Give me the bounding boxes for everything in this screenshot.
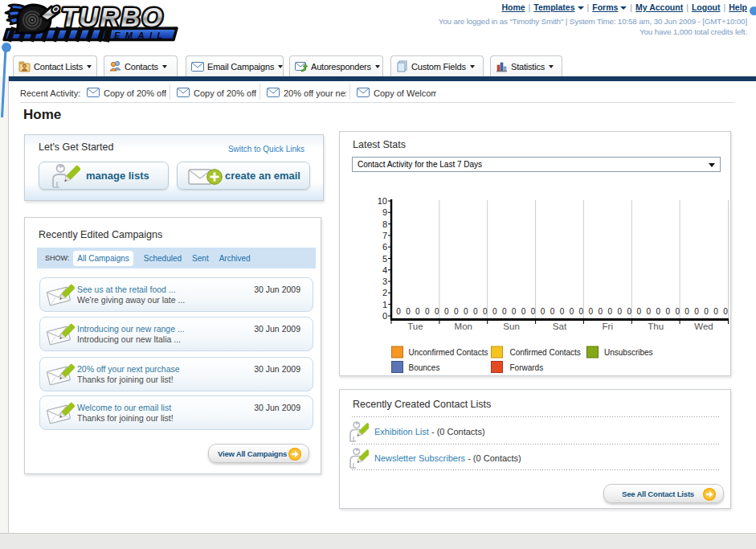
svg-text:0: 0 [675, 307, 680, 316]
svg-text:0: 0 [406, 307, 411, 316]
svg-text:0: 0 [531, 307, 536, 316]
svg-text:0: 0 [541, 307, 546, 316]
svg-text:0: 0 [483, 307, 488, 316]
svg-text:0: 0 [637, 307, 642, 316]
svg-text:5: 5 [382, 254, 387, 264]
svg-text:0: 0 [684, 307, 689, 316]
svg-text:0: 0 [550, 307, 555, 316]
svg-text:Sat: Sat [553, 322, 567, 331]
svg-text:Thu: Thu [648, 322, 664, 331]
svg-text:0: 0 [425, 307, 430, 316]
svg-text:0: 0 [579, 307, 584, 316]
svg-text:0: 0 [694, 307, 699, 316]
svg-text:Sun: Sun [503, 322, 519, 331]
svg-text:6: 6 [382, 242, 387, 252]
svg-text:8: 8 [382, 219, 387, 229]
svg-text:0: 0 [665, 307, 670, 316]
svg-text:Fri: Fri [603, 322, 613, 331]
svg-text:7: 7 [382, 231, 387, 240]
svg-text:Forwards: Forwards [510, 363, 544, 372]
svg-text:Confirmed Contacts: Confirmed Contacts [510, 348, 581, 357]
svg-text:3: 3 [382, 277, 387, 286]
svg-text:0: 0 [396, 307, 401, 316]
svg-text:Tue: Tue [407, 322, 423, 331]
svg-text:0: 0 [570, 307, 574, 316]
svg-text:0: 0 [464, 307, 468, 316]
svg-text:0: 0 [512, 307, 517, 316]
svg-text:0: 0 [627, 307, 632, 316]
svg-text:0: 0 [492, 307, 497, 316]
svg-text:0: 0 [589, 307, 594, 316]
svg-text:0: 0 [723, 307, 728, 316]
svg-text:0: 0 [618, 307, 623, 316]
svg-text:2: 2 [382, 288, 387, 297]
svg-text:Bounces: Bounces [409, 363, 440, 372]
svg-text:10: 10 [378, 196, 387, 206]
svg-text:0: 0 [382, 311, 387, 321]
svg-text:0: 0 [608, 307, 613, 316]
svg-text:0: 0 [647, 307, 652, 316]
svg-text:0: 0 [444, 307, 449, 316]
svg-text:1: 1 [382, 300, 387, 309]
svg-text:0: 0 [521, 307, 526, 316]
svg-text:0: 0 [713, 307, 718, 316]
svg-text:4: 4 [382, 265, 387, 275]
svg-text:Mon: Mon [455, 322, 472, 331]
svg-text:Wed: Wed [694, 322, 713, 331]
svg-text:0: 0 [560, 307, 565, 316]
svg-text:0: 0 [435, 307, 439, 316]
svg-text:0: 0 [704, 307, 709, 316]
svg-text:0: 0 [415, 307, 420, 316]
svg-text:9: 9 [382, 207, 387, 217]
svg-text:Unsubscribes: Unsubscribes [604, 348, 653, 357]
svg-text:0: 0 [599, 307, 603, 316]
svg-text:0: 0 [656, 307, 660, 316]
svg-text:0: 0 [473, 307, 478, 316]
svg-text:Unconfirmed Contacts: Unconfirmed Contacts [409, 348, 488, 357]
svg-text:TURBO: TURBO [61, 2, 164, 32]
svg-text:0: 0 [454, 307, 459, 316]
svg-text:0: 0 [502, 307, 507, 316]
